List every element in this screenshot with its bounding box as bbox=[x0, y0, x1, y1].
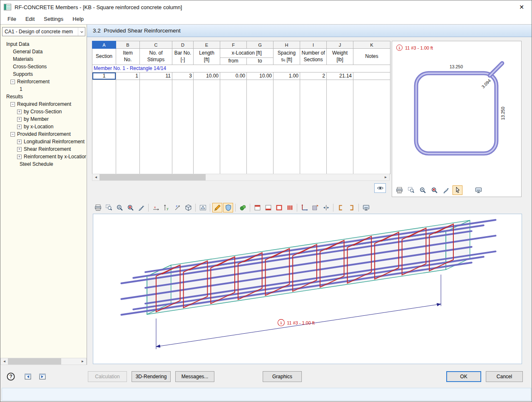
member-group-row[interactable]: Member No. 1 - Rectangle 14/14 bbox=[92, 65, 390, 72]
menu-settings[interactable]: Settings bbox=[39, 14, 68, 24]
menu-help[interactable]: Help bbox=[68, 14, 88, 24]
collapse-icon[interactable]: − bbox=[10, 80, 15, 84]
materials-icon[interactable] bbox=[238, 203, 248, 212]
tree-item-materials[interactable]: Materials bbox=[0, 55, 86, 63]
column-letter-d[interactable]: D bbox=[172, 41, 194, 49]
pointer-icon[interactable] bbox=[452, 185, 462, 195]
zoom-cancel-icon[interactable] bbox=[429, 185, 439, 195]
cross-section-view[interactable]: 13.250 13.250 3.094 bbox=[392, 46, 521, 184]
tree-item-1[interactable]: 1 bbox=[0, 85, 86, 93]
column-letter-h[interactable]: H bbox=[273, 41, 300, 49]
column-letter-f[interactable]: F bbox=[220, 41, 247, 49]
column-letter-k[interactable]: K bbox=[353, 41, 390, 49]
expand-icon[interactable]: + bbox=[17, 125, 22, 129]
clip-end-icon[interactable] bbox=[346, 203, 356, 212]
projection-icon[interactable] bbox=[198, 203, 208, 212]
tree-item-results[interactable]: Results bbox=[0, 93, 86, 100]
column-letter-a[interactable]: A bbox=[92, 41, 116, 49]
results-table[interactable]: ABCDEFGHIJKSectionItemNo.No. ofStirrupsB… bbox=[92, 41, 390, 174]
tree-item-input-data[interactable]: Input Data bbox=[0, 40, 86, 48]
tree-item-reinforcement[interactable]: −Reinforcement bbox=[0, 78, 86, 85]
beam-3d-canvas[interactable]: 1 11 #3 - 1.00 ft bbox=[93, 214, 522, 364]
cell-f[interactable]: 0.00 bbox=[220, 72, 247, 80]
print-icon[interactable] bbox=[93, 203, 103, 212]
display-options-icon[interactable] bbox=[361, 203, 371, 212]
move-y-icon[interactable]: y bbox=[162, 203, 172, 212]
steps-icon[interactable] bbox=[441, 185, 451, 195]
scrollbar-thumb[interactable] bbox=[8, 358, 61, 365]
zoom-cancel-icon[interactable] bbox=[125, 203, 135, 212]
print-icon[interactable] bbox=[394, 185, 404, 195]
cell-c[interactable]: 11 bbox=[140, 72, 172, 80]
column-letter-b[interactable]: B bbox=[116, 41, 140, 49]
render-mode-icon[interactable] bbox=[212, 203, 222, 212]
tree-item-shear-reinforcement[interactable]: +Shear Reinforcement bbox=[0, 145, 86, 153]
tree-item-cross-sections[interactable]: Cross-Sections bbox=[0, 63, 86, 70]
expand-icon[interactable]: + bbox=[17, 117, 22, 122]
render-view[interactable]: 1 11 #3 - 1.00 ft bbox=[93, 214, 522, 364]
view-bottom-icon[interactable] bbox=[263, 203, 273, 212]
cell-h[interactable]: 1.00 bbox=[273, 72, 300, 80]
view-frame-icon[interactable] bbox=[274, 203, 284, 212]
scrollbar-thumb[interactable] bbox=[99, 174, 206, 180]
messages-button[interactable]: Messages... bbox=[175, 371, 214, 382]
scrollbar-track[interactable] bbox=[8, 358, 79, 365]
view-top-icon[interactable] bbox=[252, 203, 262, 212]
tree-item-reinforcement-by-x-location[interactable]: +Reinforcement by x-Location bbox=[0, 153, 86, 160]
expand-icon[interactable]: + bbox=[17, 140, 22, 144]
dock-window-right-icon[interactable] bbox=[37, 371, 48, 382]
expand-icon[interactable]: + bbox=[17, 155, 22, 159]
view-columns-icon[interactable] bbox=[285, 203, 295, 212]
scroll-left-icon[interactable]: ◄ bbox=[1, 358, 8, 365]
chevron-down-icon[interactable] bbox=[78, 27, 85, 36]
cell-d[interactable]: 3 bbox=[172, 72, 194, 80]
ok-button[interactable]: OK bbox=[446, 371, 481, 382]
graphics-button[interactable]: Graphics bbox=[263, 371, 302, 382]
menu-file[interactable]: File bbox=[3, 14, 21, 24]
scroll-right-icon[interactable]: ► bbox=[79, 358, 86, 365]
collapse-icon[interactable]: − bbox=[10, 132, 15, 137]
tree-item-by-cross-section[interactable]: +by Cross-Section bbox=[0, 108, 86, 115]
column-letter-j[interactable]: J bbox=[327, 41, 353, 49]
cell-a[interactable]: 1 bbox=[92, 72, 116, 80]
3d-rendering-button[interactable]: 3D-Rendering bbox=[132, 371, 171, 382]
section-grid-icon[interactable] bbox=[310, 203, 320, 212]
move-x-icon[interactable]: x bbox=[151, 203, 161, 212]
table-horizontal-scrollbar[interactable]: ◄ ► bbox=[92, 174, 390, 181]
tree-item-provided-reinforcement[interactable]: −Provided Reinforcement bbox=[0, 130, 86, 138]
eye-icon[interactable] bbox=[374, 183, 386, 193]
steps-icon[interactable] bbox=[136, 203, 146, 212]
sidebar-horizontal-scrollbar[interactable]: ◄ ► bbox=[0, 358, 87, 365]
cell-b[interactable]: 1 bbox=[116, 72, 140, 80]
zoom-window-icon[interactable] bbox=[406, 185, 416, 195]
scrollbar-track[interactable] bbox=[99, 174, 382, 180]
isometric-icon[interactable] bbox=[183, 203, 193, 212]
tree-item-supports[interactable]: Supports bbox=[0, 70, 86, 78]
compress-icon[interactable] bbox=[321, 203, 331, 212]
scroll-right-icon[interactable]: ► bbox=[382, 174, 389, 180]
scroll-left-icon[interactable]: ◄ bbox=[92, 174, 99, 180]
cell-e[interactable]: 10.00 bbox=[194, 72, 220, 80]
tree-item-by-member[interactable]: +by Member bbox=[0, 115, 86, 123]
zoom-in-icon[interactable] bbox=[114, 203, 124, 212]
design-case-selector[interactable]: CA1 - Design of concrete mem bbox=[2, 27, 85, 36]
cell-i[interactable]: 2 bbox=[300, 72, 327, 80]
expand-icon[interactable]: + bbox=[17, 147, 22, 152]
tree-item-longitudinal-reinforcement[interactable]: +Longitudinal Reinforcement bbox=[0, 138, 86, 145]
cancel-button[interactable]: Cancel bbox=[486, 371, 523, 382]
help-icon[interactable]: ? bbox=[5, 371, 16, 382]
tree-item-steel-schedule[interactable]: Steel Schedule bbox=[0, 160, 86, 168]
clip-start-icon[interactable] bbox=[336, 203, 346, 212]
close-icon[interactable]: ✕ bbox=[515, 2, 528, 12]
cell-k[interactable] bbox=[353, 72, 390, 80]
collapse-icon[interactable]: − bbox=[10, 102, 15, 107]
move-z-icon[interactable]: z bbox=[172, 203, 182, 212]
tree-item-required-reinforcement[interactable]: −Required Reinforcement bbox=[0, 100, 86, 108]
zoom-window-icon[interactable] bbox=[104, 203, 114, 212]
column-letter-c[interactable]: C bbox=[140, 41, 172, 49]
menu-edit[interactable]: Edit bbox=[21, 14, 39, 24]
column-letter-g[interactable]: G bbox=[247, 41, 273, 49]
display-options-icon[interactable] bbox=[473, 185, 483, 195]
cell-g[interactable]: 10.00 bbox=[247, 72, 273, 80]
column-letter-e[interactable]: E bbox=[194, 41, 220, 49]
